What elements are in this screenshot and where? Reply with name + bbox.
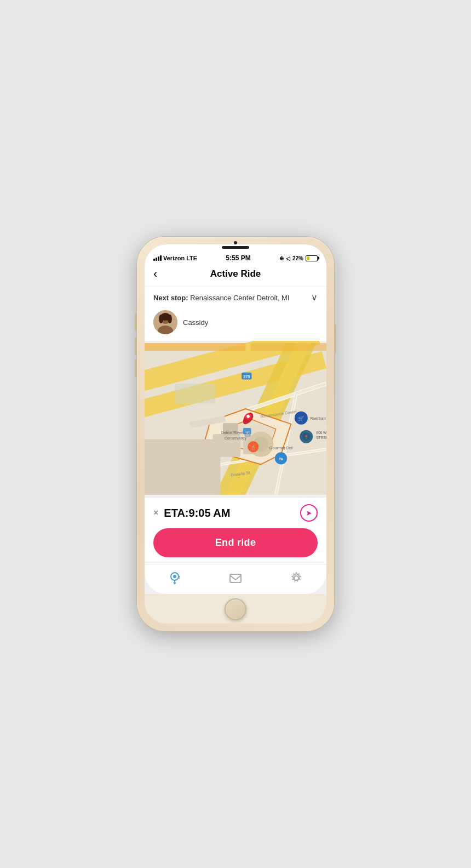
svg-text:Riverfront M: Riverfront M (310, 416, 326, 420)
signal-bar-2 (156, 258, 157, 261)
battery-percent: 22% (292, 255, 303, 261)
svg-text:📍: 📍 (304, 435, 309, 439)
svg-point-50 (173, 575, 176, 578)
svg-rect-19 (175, 384, 215, 404)
avatar-image (153, 310, 177, 334)
tab-bar: ! (145, 564, 326, 594)
messages-icon (228, 571, 243, 585)
eta-left: × ETA:9:05 AM (153, 507, 230, 519)
svg-text:!: ! (179, 575, 180, 580)
phone-screen: Verizon LTE 5:55 PM ⊕ ◁ 22% ‹ Active Rid… (145, 244, 326, 624)
next-stop-text: Next stop: Renaissance Center Detroit, M… (153, 293, 290, 302)
signal-bar-1 (153, 259, 155, 261)
phone-notch (222, 241, 249, 249)
page-title: Active Ride (210, 269, 261, 279)
svg-text:600 WO: 600 WO (317, 431, 326, 435)
svg-point-4 (159, 315, 163, 323)
navigation-button[interactable]: ➤ (300, 504, 318, 522)
navigation-arrow-icon: ➤ (306, 509, 312, 517)
battery-fill (307, 256, 309, 260)
rides-icon: ! (168, 571, 182, 585)
rider-info: Cassidy (145, 308, 326, 341)
svg-rect-47 (145, 343, 245, 351)
svg-text:Conservancy: Conservancy (225, 436, 247, 441)
svg-text:375: 375 (243, 374, 250, 379)
home-button[interactable] (225, 598, 246, 620)
phone-frame: Verizon LTE 5:55 PM ⊕ ◁ 22% ‹ Active Rid… (137, 237, 334, 631)
svg-text:🛍: 🛍 (279, 456, 283, 461)
status-right: ⊕ ◁ 22% (279, 255, 318, 261)
phone-speaker (222, 246, 249, 249)
tab-messages[interactable] (217, 569, 254, 587)
svg-text:🚌: 🚌 (245, 429, 250, 434)
svg-text:🍴: 🍴 (250, 444, 256, 450)
svg-point-46 (246, 415, 250, 418)
svg-text:Gourmet Deli: Gourmet Deli (269, 446, 294, 450)
avatar (153, 310, 177, 334)
signal-bar-4 (160, 255, 162, 261)
signal-bar-3 (158, 256, 159, 261)
network-label: LTE (186, 255, 197, 261)
status-time: 5:55 PM (226, 254, 250, 262)
location-icon: ⊕ (279, 255, 284, 261)
tab-rides[interactable]: ! (157, 569, 193, 587)
svg-rect-48 (251, 343, 326, 351)
map-view: E Jefferson Ave St Antoine Franklin St R… (145, 341, 326, 497)
svg-rect-18 (175, 409, 215, 414)
map-container[interactable]: E Jefferson Ave St Antoine Franklin St R… (145, 341, 326, 497)
end-ride-button[interactable]: End ride (153, 528, 318, 557)
home-button-area (145, 594, 326, 624)
destination-text: Renaissance Center Detroit, MI (190, 294, 289, 302)
rider-name: Cassidy (183, 318, 208, 327)
carrier-label: Verizon (163, 255, 185, 261)
close-button[interactable]: × (153, 508, 158, 518)
svg-point-5 (168, 315, 172, 323)
app-screen: Verizon LTE 5:55 PM ⊕ ◁ 22% ‹ Active Rid… (145, 244, 326, 594)
front-camera (234, 241, 237, 244)
battery-indicator (306, 255, 318, 261)
tab-settings[interactable] (278, 569, 314, 587)
svg-text:🛒: 🛒 (298, 415, 305, 422)
nav-arrow-icon: ◁ (286, 255, 290, 261)
bottom-panel: × ETA:9:05 AM ➤ End ride (145, 497, 326, 564)
svg-rect-16 (145, 439, 220, 494)
svg-text:STREET: STREET (317, 436, 326, 439)
signal-bars (153, 255, 162, 261)
eta-display: ETA:9:05 AM (164, 507, 230, 519)
svg-rect-52 (230, 574, 241, 583)
back-button[interactable]: ‹ (153, 267, 157, 281)
chevron-down-icon[interactable]: ∨ (311, 292, 318, 302)
eta-row: × ETA:9:05 AM ➤ (153, 504, 318, 522)
nav-header: ‹ Active Ride (145, 264, 326, 287)
next-stop-label: Next stop: (153, 294, 188, 302)
next-stop-banner: Next stop: Renaissance Center Detroit, M… (145, 287, 326, 308)
status-left: Verizon LTE (153, 255, 197, 261)
settings-icon (289, 571, 303, 585)
